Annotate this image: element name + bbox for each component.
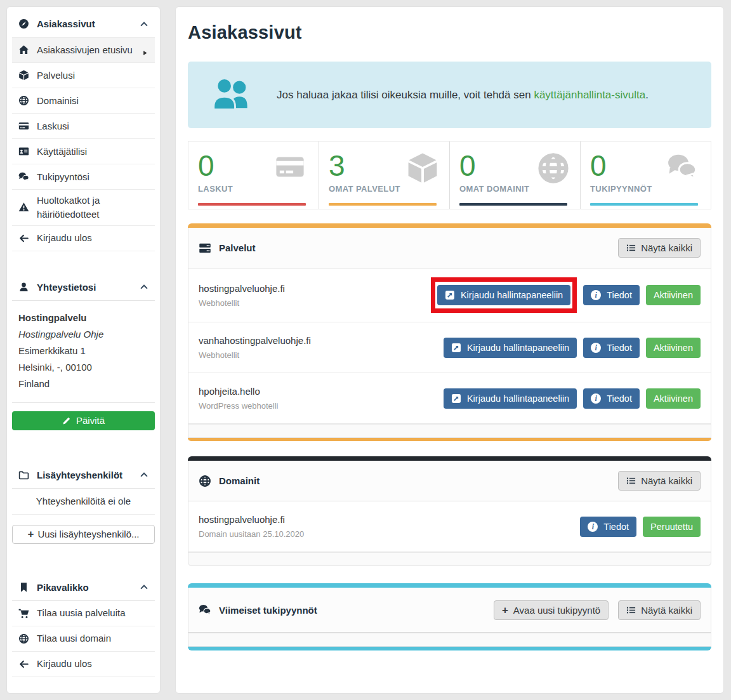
service-info: hpohjeita.hello WordPress webhotelli (199, 386, 278, 411)
info-icon: i (591, 290, 601, 300)
sidebar-item-laskusi[interactable]: Laskusi (12, 114, 155, 139)
sidebar-item-tukipyyntosi[interactable]: Tukipyyntösi (12, 164, 155, 190)
sidebar: Asiakassivut Asiakassivujen etusivu Palv… (6, 6, 161, 694)
spacer (12, 251, 155, 274)
sidebar-item-kirjaudu-ulos-2[interactable]: Kirjaudu ulos (12, 652, 155, 677)
tickets-panel-accent-top (188, 583, 711, 588)
comments-icon (199, 604, 211, 616)
service-info: vanhahostingpalveluohje.fi Webhotellit (199, 335, 311, 360)
sidebar-item-kirjaudu-ulos[interactable]: Kirjaudu ulos (12, 226, 155, 251)
banner-text: Jos haluaa jakaa tilisi oikeuksia muille… (277, 89, 668, 102)
sidebar-item-domainisi[interactable]: Domainisi (12, 88, 155, 114)
services-panel: Palvelut Näytä kaikki hostingpalveluohje… (188, 223, 711, 441)
service-row: hostingpalveluohje.fi Webhotellit Kirjau… (188, 268, 711, 322)
services-panel-title: Palvelut (219, 242, 256, 253)
tickets-show-all-button[interactable]: Näytä kaikki (618, 600, 701, 620)
stat-card-omat-domainit[interactable]: 0 OMAT DOMAINIT (450, 142, 581, 209)
arrow-left-icon (18, 659, 29, 670)
sidebar-item-palvelusi[interactable]: Palvelusi (12, 63, 155, 88)
globe-icon (18, 95, 29, 106)
stat-card-omat-palvelut[interactable]: 3 OMAT PALVELUT (319, 142, 450, 209)
service-type: WordPress webhotelli (199, 401, 278, 411)
details-button[interactable]: i Tiedot (583, 388, 640, 409)
details-button[interactable]: i Tiedot (583, 338, 640, 358)
comments-icon (18, 171, 29, 182)
login-panel-button[interactable]: Kirjaudu hallintapaneeliin (437, 285, 570, 305)
tickets-panel-title: Viimeiset tukipyynnöt (219, 605, 317, 616)
plus-icon: + (502, 605, 508, 616)
globe-icon (199, 475, 211, 487)
new-ticket-button[interactable]: + Avaa uusi tukipyyntö (494, 600, 609, 620)
stat-accent-bar (198, 203, 306, 206)
status-badge-button[interactable]: Peruutettu (643, 517, 701, 537)
sidebar-section-title: Yhteystietosi (37, 282, 96, 293)
update-contact-label: Päivitä (76, 415, 105, 426)
extra-contacts-empty-text: Yhteyshenkilöitä ei ole (12, 489, 155, 515)
sidebar-item-etusivu[interactable]: Asiakassivujen etusivu (12, 37, 155, 63)
stats-row: 0 LASKUT 3 OMAT PALVELUT 0 OMAT DOMAINIT… (188, 141, 711, 209)
external-link-icon (451, 343, 461, 353)
service-type: Webhotellit (199, 350, 311, 360)
details-label: Tiedot (607, 343, 632, 353)
sidebar-section-yhteystietosi[interactable]: Yhteystietosi (12, 274, 155, 301)
sidebar-item-label: Laskusi (37, 119, 69, 133)
sidebar-section-lisayhteyshenkilot[interactable]: Lisäyhteyshenkilöt (12, 462, 155, 489)
sidebar-item-label: Asiakassivujen etusivu (37, 43, 133, 57)
pencil-icon (62, 416, 71, 425)
services-panel-header: Palvelut Näytä kaikki (188, 228, 711, 268)
login-panel-label: Kirjaudu hallintapaneeliin (461, 290, 563, 300)
status-badge-button[interactable]: Aktiivinen (646, 388, 701, 409)
contact-company: Hostingpalvelu (18, 310, 148, 326)
spacer (12, 430, 155, 462)
status-badge-button[interactable]: Aktiivinen (646, 338, 701, 358)
domain-renewal: Domain uusitaan 25.10.2020 (199, 529, 304, 539)
chevron-up-icon (140, 470, 148, 479)
details-label: Tiedot (607, 290, 632, 300)
login-panel-button[interactable]: Kirjaudu hallintapaneeliin (444, 338, 577, 358)
tickets-panel-header: Viimeiset tukipyynnöt + Avaa uusi tukipy… (188, 588, 711, 633)
user-management-link[interactable]: käyttäjänhallinta-sivulta (534, 89, 645, 101)
contact-street: Esimerkkikatu 1 (18, 343, 148, 359)
sidebar-item-kayttajatilisi[interactable]: Käyttäjätilisi (12, 139, 155, 164)
services-panel-accent-bottom (188, 438, 711, 441)
sidebar-section-title: Asiakassivut (37, 18, 95, 29)
contact-country: Finland (18, 376, 148, 392)
status-label: Peruutettu (650, 522, 693, 532)
comments-icon (664, 152, 701, 185)
sidebar-section-title: Pikavalikko (37, 582, 89, 593)
cube-icon (18, 70, 29, 81)
domains-show-all-label: Näytä kaikki (641, 475, 692, 486)
list-icon (626, 476, 636, 485)
info-icon: i (591, 343, 601, 353)
bookmark-icon (18, 582, 29, 593)
sidebar-item-tilaa-palveluita[interactable]: Tilaa uusia palveluita (12, 601, 155, 626)
details-button[interactable]: i Tiedot (583, 285, 640, 305)
services-show-all-label: Näytä kaikki (641, 242, 692, 253)
tickets-panel-accent-bottom (188, 647, 711, 650)
service-name: vanhahostingpalveluohje.fi (199, 335, 311, 346)
home-icon (18, 44, 29, 55)
globe-icon (537, 152, 570, 187)
sidebar-item-huoltokatkot[interactable]: Huoltokatkot ja häiriötiedotteet (12, 190, 155, 226)
info-icon: i (591, 393, 601, 404)
sidebar-item-label: Palvelusi (37, 69, 75, 83)
details-button[interactable]: i Tiedot (580, 517, 636, 537)
status-label: Aktiivinen (654, 290, 693, 300)
chevron-up-icon (140, 583, 148, 591)
services-panel-footer (188, 424, 711, 438)
server-icon (199, 242, 211, 254)
status-badge-button[interactable]: Aktiivinen (646, 285, 701, 305)
stat-accent-bar (459, 203, 567, 206)
sidebar-section-asiakassivut[interactable]: Asiakassivut (12, 11, 155, 37)
sidebar-section-pikavalikko[interactable]: Pikavalikko (12, 574, 155, 601)
update-contact-button[interactable]: Päivitä (12, 411, 155, 430)
services-show-all-button[interactable]: Näytä kaikki (618, 238, 701, 258)
info-icon: i (588, 522, 598, 532)
add-extra-contact-button[interactable]: + Uusi lisäyhteyshenkilö... (12, 525, 155, 544)
domains-show-all-button[interactable]: Näytä kaikki (618, 471, 701, 491)
stat-card-laskut[interactable]: 0 LASKUT (188, 142, 319, 209)
sidebar-item-tilaa-domain[interactable]: Tilaa uusi domain (12, 626, 155, 652)
stat-card-tukipyynnot[interactable]: 0 TUKIPYYNNÖT (581, 142, 711, 209)
login-panel-button[interactable]: Kirjaudu hallintapaneeliin (444, 388, 577, 409)
sidebar-item-label: Käyttäjätilisi (37, 145, 87, 159)
